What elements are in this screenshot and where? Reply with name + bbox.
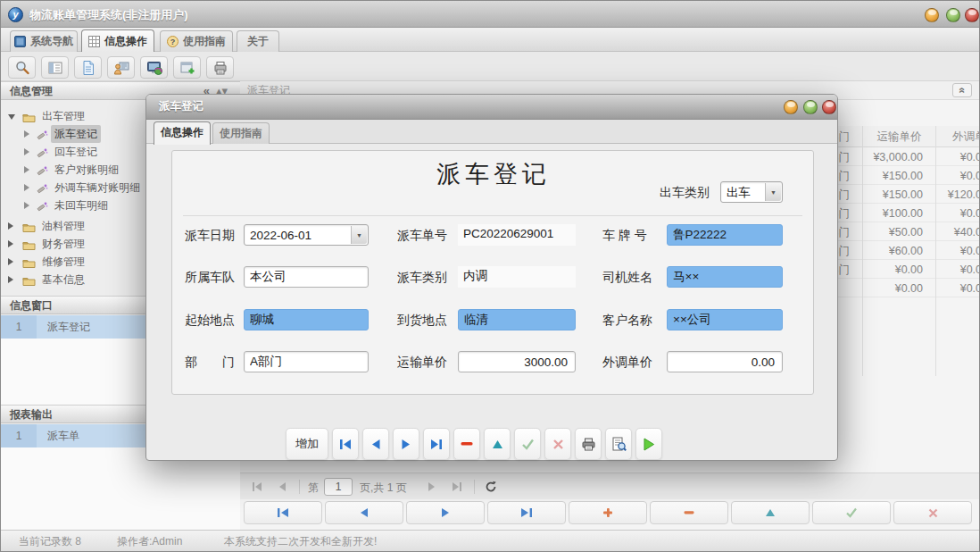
cell-transport[interactable]: ¥50.00 [863, 223, 935, 241]
cell-external[interactable]: ¥120.00 [936, 186, 980, 204]
dialog-tab-info-operation[interactable]: 信息操作 [154, 121, 211, 145]
tool-icon [37, 200, 48, 218]
caret-down-icon[interactable] [8, 114, 15, 120]
cancel-record-button[interactable] [544, 428, 571, 460]
cell-transport[interactable]: ¥150.00 [863, 167, 935, 185]
tab-user-guide[interactable]: ? 使用指南 [160, 30, 233, 52]
user-board-icon [113, 60, 129, 76]
cell-transport[interactable]: ¥3,000.00 [863, 148, 935, 166]
prev-record-button[interactable] [362, 428, 389, 460]
plate-no-input[interactable] [667, 224, 783, 246]
dialog-maximize-button[interactable] [803, 100, 818, 114]
external-price-input[interactable] [667, 351, 783, 372]
new-window-button[interactable] [173, 56, 201, 79]
tree-item-label: 回车登记 [51, 143, 101, 161]
grid-last-button[interactable] [487, 501, 566, 524]
next-record-button[interactable] [393, 428, 419, 460]
caret-right-icon[interactable] [24, 148, 29, 155]
cell-external[interactable]: ¥0.00 [936, 205, 980, 222]
collapse-up-button[interactable]: « [952, 83, 972, 97]
search-button[interactable] [8, 56, 36, 79]
print-preview-button[interactable] [605, 428, 632, 460]
cell-external[interactable]: ¥0.00 [936, 261, 980, 279]
origin-input[interactable] [244, 309, 369, 330]
grid-edit-button[interactable] [731, 501, 810, 524]
edit-record-button[interactable] [484, 428, 511, 460]
dropdown-arrow-icon[interactable]: ▼ [351, 226, 367, 244]
tree-item-label: 客户对账明细 [51, 161, 122, 179]
confirm-record-button[interactable] [514, 428, 541, 460]
record-count-label: 当前记录数 8 [19, 531, 81, 552]
customer-input[interactable] [667, 309, 783, 330]
cell-external[interactable]: ¥0.00 [936, 280, 980, 297]
prev-page-button[interactable] [274, 479, 290, 495]
grid-add-button[interactable] [569, 501, 647, 524]
caret-right-icon[interactable] [8, 222, 13, 230]
user-board-button[interactable] [107, 56, 135, 79]
dispatch-date-select[interactable]: 2022-06-01 ▼ [244, 224, 369, 246]
caret-right-icon[interactable] [24, 202, 29, 209]
page-number-input[interactable] [324, 478, 353, 496]
document-button[interactable] [74, 56, 102, 79]
run-button[interactable] [635, 428, 662, 460]
refresh-icon[interactable] [483, 479, 499, 495]
tab-about[interactable]: 关于 [237, 30, 279, 52]
caret-right-icon[interactable] [8, 258, 13, 265]
cell-transport[interactable]: ¥0.00 [863, 261, 935, 279]
cell-external[interactable]: ¥40.00 [936, 223, 980, 241]
driver-input[interactable] [667, 266, 783, 288]
grid-next-button[interactable] [406, 501, 485, 524]
dialog-title: 派车登记 [159, 100, 203, 113]
grid-cancel-button[interactable] [893, 501, 972, 524]
first-page-button[interactable] [249, 479, 265, 495]
last-record-button[interactable] [423, 428, 450, 460]
caret-right-icon[interactable] [24, 130, 29, 138]
print-button[interactable] [575, 428, 602, 460]
cell-transport[interactable]: ¥150.00 [863, 186, 935, 204]
cell-external[interactable]: ¥0.00 [936, 167, 980, 185]
column-header-transport-price[interactable]: 运输单价 [863, 126, 935, 147]
destination-input[interactable] [458, 309, 576, 330]
first-record-button[interactable] [332, 428, 359, 460]
sidebar-header-label: 报表输出 [10, 408, 53, 421]
dialog-tab-user-guide[interactable]: 使用指南 [212, 122, 270, 144]
report-view-button[interactable] [41, 56, 69, 79]
last-page-button[interactable] [449, 479, 465, 495]
caret-right-icon[interactable] [8, 276, 13, 283]
cell-external[interactable]: ¥0.00 [936, 242, 980, 260]
fleet-input[interactable] [244, 266, 369, 288]
tab-system-nav[interactable]: 系统导航 [10, 30, 78, 52]
tab-info-operation[interactable]: 信息操作 [81, 29, 154, 52]
close-button[interactable] [965, 8, 979, 22]
dialog-minimize-button[interactable] [784, 100, 798, 114]
cell-external[interactable]: ¥0.00 [936, 148, 980, 166]
export-button[interactable] [206, 56, 234, 79]
maximize-button[interactable] [946, 8, 960, 22]
transport-price-label: 运输单价 [397, 355, 447, 371]
dropdown-arrow-icon[interactable]: ▼ [765, 183, 781, 201]
transport-price-input[interactable] [458, 351, 576, 372]
minimize-button[interactable] [925, 8, 939, 22]
grid-confirm-button[interactable] [812, 501, 891, 524]
cell-transport[interactable]: ¥0.00 [863, 280, 935, 297]
status-bar: 当前记录数 8 操作者:Admin 本系统支持二次开发和全新开发! [1, 530, 980, 552]
grid-prev-button[interactable] [325, 501, 403, 524]
next-page-button[interactable] [424, 479, 440, 495]
grid-first-button[interactable] [244, 501, 322, 524]
department-input[interactable] [244, 351, 369, 372]
monitor-button[interactable] [140, 56, 168, 79]
caret-right-icon[interactable] [8, 240, 13, 247]
tree-item-label: 派车登记 [51, 125, 101, 143]
delete-record-button[interactable] [453, 428, 480, 460]
cell-transport[interactable]: ¥60.00 [863, 242, 935, 260]
trip-type-select[interactable]: 出车 ▼ [720, 181, 783, 203]
caret-right-icon[interactable] [24, 184, 29, 191]
dialog-close-button[interactable] [822, 100, 836, 114]
cell-transport[interactable]: ¥100.00 [863, 205, 935, 222]
dialog-tab-bar: 信息操作 使用指南 [146, 120, 837, 144]
grid-delete-button[interactable] [650, 501, 728, 524]
caret-right-icon[interactable] [24, 166, 29, 173]
dispatch-type-label: 派车类别 [397, 270, 447, 286]
add-record-button[interactable]: 增加 [286, 428, 328, 460]
column-header-external-price[interactable]: 外调单价 [936, 126, 980, 147]
